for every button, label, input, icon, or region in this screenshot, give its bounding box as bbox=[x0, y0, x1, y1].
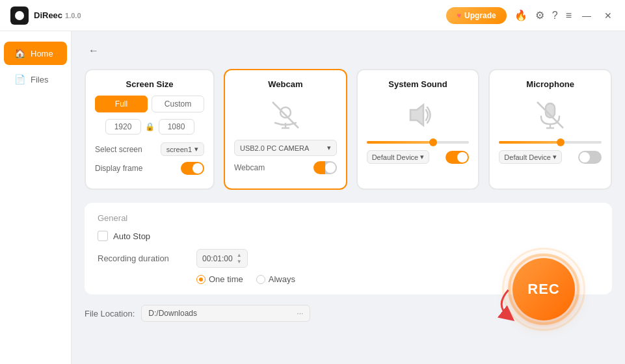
microphone-card: Microphone bbox=[488, 69, 612, 190]
system-sound-title: System Sound bbox=[367, 79, 470, 89]
system-sound-card: System Sound Default De bbox=[356, 69, 480, 190]
screen-select-dropdown[interactable]: screen1 ▾ bbox=[161, 142, 204, 156]
menu-icon[interactable]: ≡ bbox=[566, 10, 572, 21]
one-time-radio[interactable]: One time bbox=[196, 274, 243, 284]
autostop-row: Auto Stop bbox=[98, 231, 599, 241]
system-sound-toggle[interactable] bbox=[445, 151, 469, 164]
display-frame-row: Display frame bbox=[95, 161, 204, 176]
microphone-icon bbox=[535, 99, 566, 131]
system-sound-device-dropdown[interactable]: Default Device ▾ bbox=[367, 150, 430, 164]
size-inputs: 🔒 bbox=[95, 119, 204, 135]
close-button[interactable]: ✕ bbox=[602, 9, 615, 22]
sidebar-item-home[interactable]: 🏠 Home bbox=[4, 42, 67, 65]
one-time-radio-circle bbox=[196, 275, 206, 284]
custom-size-button[interactable]: Custom bbox=[152, 96, 204, 112]
upgrade-button[interactable]: ♥ Upgrade bbox=[446, 7, 507, 24]
webcam-title: Webcam bbox=[234, 79, 337, 89]
recording-duration-label: Recording duration bbox=[98, 254, 189, 263]
duration-down-arrow[interactable]: ▼ bbox=[237, 259, 242, 265]
duration-input[interactable]: 00:01:00 ▲ ▼ bbox=[196, 249, 248, 268]
full-size-button[interactable]: Full bbox=[95, 96, 148, 112]
lock-icon: 🔒 bbox=[145, 122, 155, 131]
duration-arrows: ▲ ▼ bbox=[237, 252, 242, 265]
minimize-button[interactable]: — bbox=[579, 9, 594, 22]
chevron-down-icon: ▾ bbox=[194, 145, 198, 153]
duration-up-arrow[interactable]: ▲ bbox=[237, 252, 242, 258]
sidebar-item-files[interactable]: 📄 Files bbox=[4, 68, 67, 91]
file-location-label: File Location: bbox=[85, 309, 135, 318]
display-frame-toggle[interactable] bbox=[181, 162, 204, 175]
svg-marker-4 bbox=[410, 105, 423, 125]
webcam-toggle[interactable] bbox=[313, 161, 337, 174]
autostop-checkbox[interactable] bbox=[98, 231, 108, 241]
system-sound-volume-slider[interactable] bbox=[367, 141, 470, 144]
size-buttons: Full Custom bbox=[95, 96, 204, 112]
speaker-icon bbox=[403, 99, 434, 131]
heart-icon: ♥ bbox=[457, 11, 461, 20]
sidebar: 🏠 Home 📄 Files bbox=[0, 31, 72, 364]
app-logo bbox=[10, 6, 29, 25]
webcam-device-dropdown[interactable]: USB2.0 PC CAMERA ▾ bbox=[234, 140, 337, 156]
chevron-down-icon: ▾ bbox=[553, 153, 557, 161]
height-input[interactable] bbox=[159, 119, 194, 135]
chevron-down-icon: ▾ bbox=[420, 153, 424, 161]
titlebar-controls: ♥ Upgrade 🔥 ⚙ ? ≡ — ✕ bbox=[446, 7, 615, 24]
microphone-volume-slider[interactable] bbox=[499, 141, 602, 144]
screen-size-card: Screen Size Full Custom 🔒 Select screen … bbox=[85, 69, 215, 190]
general-section-title: General bbox=[98, 213, 599, 223]
select-screen-row: Select screen screen1 ▾ bbox=[95, 141, 204, 157]
microphone-icon-area bbox=[499, 96, 602, 135]
app-name: DiReec1.0.0 bbox=[34, 10, 81, 20]
file-path-input[interactable]: D:/Downloads ··· bbox=[141, 305, 310, 322]
system-sound-device-row: Default Device ▾ bbox=[367, 150, 470, 164]
microphone-title: Microphone bbox=[499, 79, 602, 89]
main-layout: 🏠 Home 📄 Files ← Screen Size Full Custom… bbox=[0, 31, 625, 364]
home-icon: 🏠 bbox=[14, 48, 25, 58]
autostop-label: Auto Stop bbox=[113, 231, 150, 241]
always-radio-circle bbox=[256, 275, 265, 284]
cards-row: Screen Size Full Custom 🔒 Select screen … bbox=[85, 69, 612, 190]
help-icon[interactable]: ? bbox=[552, 10, 558, 21]
back-button[interactable]: ← bbox=[85, 42, 103, 60]
fire-icon[interactable]: 🔥 bbox=[514, 9, 527, 21]
files-icon: 📄 bbox=[14, 74, 25, 84]
settings-icon[interactable]: ⚙ bbox=[535, 9, 544, 21]
webcam-toggle-row: Webcam bbox=[234, 160, 337, 176]
webcam-icon-area bbox=[234, 96, 337, 135]
rec-label: REC bbox=[527, 281, 559, 298]
main-content: ← Screen Size Full Custom 🔒 Select scree… bbox=[72, 31, 625, 364]
webcam-card: Webcam USB2.0 PC CAMERA ▾ Webcam bbox=[224, 69, 347, 190]
chevron-down-icon: ▾ bbox=[327, 144, 331, 152]
more-options-icon[interactable]: ··· bbox=[297, 309, 303, 318]
microphone-device-row: Default Device ▾ bbox=[499, 150, 602, 164]
always-radio[interactable]: Always bbox=[256, 274, 295, 284]
speaker-icon-area bbox=[367, 96, 470, 135]
webcam-icon bbox=[270, 99, 301, 131]
microphone-toggle[interactable] bbox=[578, 151, 602, 164]
width-input[interactable] bbox=[105, 119, 141, 135]
titlebar: DiReec1.0.0 ♥ Upgrade 🔥 ⚙ ? ≡ — ✕ bbox=[0, 0, 625, 31]
screen-size-title: Screen Size bbox=[95, 79, 204, 89]
microphone-device-dropdown[interactable]: Default Device ▾ bbox=[499, 150, 562, 164]
